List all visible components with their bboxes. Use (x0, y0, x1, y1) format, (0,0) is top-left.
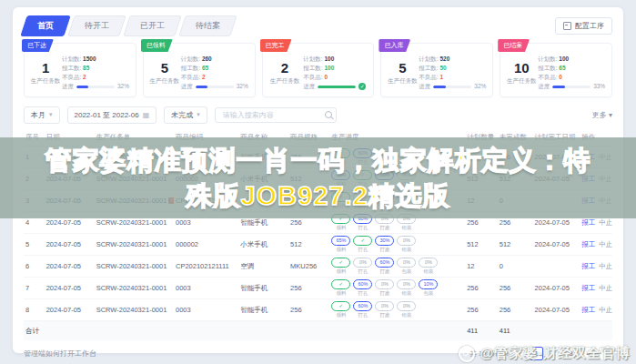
stat-value: 2 (202, 74, 206, 80)
progress-line: 进度32% (181, 82, 248, 91)
report-work-link[interactable]: 报工 (581, 262, 595, 270)
stat-label: 报工数: (419, 65, 439, 71)
tab-0[interactable]: 首页 (20, 15, 70, 36)
order-number: SCRW-20240321-0001 (96, 284, 167, 292)
stat-card-4: 已结案10生产任务数计划数: 100报工数: 65不良品: 0进度33% (500, 43, 612, 97)
process-step: 30%打磨 (375, 236, 394, 253)
stat-label: 不良品: (62, 74, 83, 80)
progress-label: 进度 (303, 82, 315, 91)
period-select[interactable]: 本月 ▾ (24, 106, 60, 124)
progress-fill (196, 86, 207, 88)
progress-percent: 32% (474, 82, 486, 91)
table-row: 82024-07-05SCRW-20240321-00010003智能手机256… (24, 299, 612, 321)
step-label: 包装 (423, 290, 433, 297)
search-box (215, 107, 337, 123)
tab-2[interactable]: 已开工 (123, 15, 181, 36)
watermark-text: @管家婆-财经双全官博 (480, 345, 631, 362)
tab-1[interactable]: 待开工 (67, 15, 126, 36)
cell-remaining-qty: 512 (498, 234, 533, 256)
cell-date: 2024-07-05 (45, 256, 95, 278)
step-label: 打磨 (379, 225, 389, 231)
help-link[interactable]: 管理端如何打开工作台 (24, 349, 96, 359)
step-label: 包装 (401, 268, 411, 275)
step-label: 打磨 (379, 290, 389, 297)
stat-value: 260 (202, 56, 212, 62)
card-stats: 计划数: 520报工数: 50不良品: 1进度32% (419, 55, 486, 91)
order-number: SCRW-20240321-0001 (96, 262, 167, 270)
cell-progress: ✓领料60%打孔0%打磨0%组装10%包装 (329, 278, 465, 299)
stat-value: 0 (559, 74, 562, 80)
report-work-link[interactable]: 报工 (581, 240, 595, 248)
table-row: 62024-07-05SCRW-20240321-0001CP202102121… (24, 256, 612, 278)
tab-label: 待结案 (196, 20, 220, 32)
stop-link[interactable]: 中止 (599, 306, 612, 314)
step-chips: ✓领料60%打孔0%打磨0%组装 (331, 301, 463, 318)
check-icon: ✓ (358, 83, 366, 90)
status-badge: 已结案 (498, 39, 530, 52)
step-progress-chip: 30% (375, 236, 394, 246)
step-label: 打孔 (358, 225, 368, 231)
step-label: 领料 (336, 268, 346, 275)
report-work-link[interactable]: 报工 (581, 218, 595, 227)
cell-index: 8 (24, 299, 45, 321)
tab-3[interactable]: 待结案 (178, 15, 237, 36)
config-button-label: 配置工序 (575, 21, 604, 31)
stop-link[interactable]: 中止 (599, 218, 612, 227)
stop-link[interactable]: 中止 (599, 284, 612, 292)
cell-progress: 65%领料✓打孔30%打磨0%组装 (329, 234, 465, 256)
cell-plan-qty: 256 (465, 278, 498, 299)
report-work-link[interactable]: 报工 (581, 284, 595, 292)
cell-plan-qty: 512 (465, 234, 498, 256)
more-link[interactable]: 更多 ▾ (592, 110, 612, 120)
search-input[interactable] (221, 110, 325, 120)
cell-actions: 报工中止 (580, 256, 612, 278)
card-main: 5生产任务数 (388, 60, 418, 86)
stat-line: 计划数: 1500 (62, 55, 129, 64)
stat-line: 报工数: 65 (181, 64, 248, 73)
stat-value: 65 (559, 65, 565, 71)
step-progress-chip: ✓ (331, 258, 350, 268)
totals-plan: 411 (465, 321, 498, 341)
cell-date: 2024-07-05 (45, 234, 95, 256)
cell-date: 2024-07-05 (45, 278, 95, 299)
step-progress-chip: ✓ (331, 279, 350, 289)
card-main: 5生产任务数 (150, 60, 180, 86)
status-badge: 已下达 (22, 39, 54, 52)
step-progress-chip: 0% (397, 279, 416, 289)
cell-actions: 报工中止 (580, 234, 612, 256)
config-button[interactable]: 配置工序 (555, 17, 612, 35)
progress-bar (196, 86, 234, 88)
card-stats: 计划数: 260报工数: 65不良品: 2进度32% (181, 55, 248, 91)
stat-label: 报工数: (303, 65, 324, 71)
stat-label: 不良品: (419, 74, 439, 80)
step-label: 打磨 (379, 312, 389, 318)
stop-link[interactable]: 中止 (599, 262, 612, 270)
date-range-picker[interactable]: 2022-01 至 2022-06 ▦ (67, 106, 157, 124)
cell-finish-date: 2024-07-05 (533, 299, 580, 321)
status-select[interactable]: 未完成 ▾ (164, 106, 207, 124)
progress-bar (433, 86, 471, 88)
step-label: 打孔 (358, 247, 368, 253)
card-stats: 计划数: 1500报工数: 85不良品: 2进度32% (62, 55, 129, 91)
step-chips: ✓领料0%打孔60%打磨0%包装0%组装 (331, 258, 463, 275)
cell-order: SCRW-20240321-0001 (95, 299, 174, 321)
stat-value: 85 (83, 65, 89, 71)
card-value: 5 (388, 60, 418, 76)
process-step: 60%打孔 (353, 301, 372, 318)
search-icon (325, 111, 332, 118)
progress-fill (318, 86, 356, 88)
cell-spec: 256 (288, 299, 329, 321)
stop-link[interactable]: 中止 (599, 240, 612, 248)
progress-line: 进度32% (419, 82, 486, 91)
card-stats: 计划数: 100报工数: 65不良品: 0进度33% (538, 55, 605, 91)
report-work-link[interactable]: 报工 (581, 306, 595, 314)
stat-line: 不良品: 0 (538, 73, 605, 82)
stat-line: 不良品: 0 (303, 73, 366, 82)
stat-value: 50 (439, 65, 446, 71)
step-label: 打磨 (379, 268, 389, 275)
totals-label: 合计 (24, 321, 465, 341)
process-step: 0%组装 (397, 301, 416, 318)
cell-remaining-qty: 0 (498, 256, 533, 278)
card-caption: 生产任务数 (388, 77, 418, 86)
progress-line: 进度32% (62, 82, 129, 91)
